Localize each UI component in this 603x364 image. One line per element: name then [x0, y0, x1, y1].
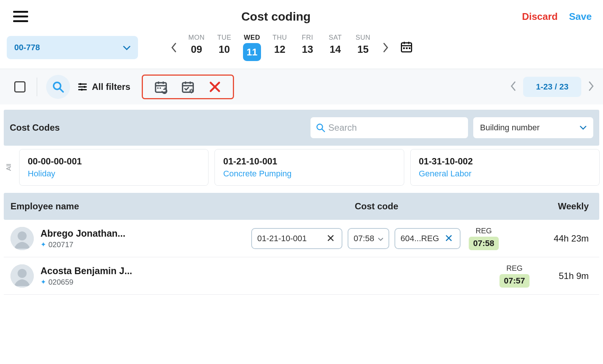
table-row: Abrego Jonathan...✦02071701-21-10-001✕07…	[4, 220, 599, 257]
svg-line-11	[60, 89, 63, 92]
day[interactable]: WED11	[240, 34, 264, 61]
day-number: 13	[296, 44, 320, 55]
discard-button[interactable]: Discard	[522, 11, 558, 22]
chip-code: 00-00-00-001	[28, 156, 200, 167]
next-week-button[interactable]	[379, 41, 392, 54]
svg-point-23	[159, 87, 161, 89]
day-number: 11	[243, 43, 261, 61]
employee-id: ✦020659	[40, 278, 132, 286]
prev-page-button[interactable]	[510, 81, 516, 92]
clear-icon[interactable]: ✕	[325, 232, 336, 245]
chip-label: General Labor	[419, 169, 591, 179]
svg-rect-9	[409, 47, 411, 49]
chevron-down-icon	[580, 125, 586, 130]
cost-code-sort-dropdown[interactable]: Building number	[473, 117, 593, 138]
search-button[interactable]	[46, 75, 70, 99]
svg-rect-15	[80, 83, 81, 85]
col-employee: Employee name	[10, 201, 220, 212]
day[interactable]: FRI13	[296, 34, 320, 61]
svg-point-31	[317, 124, 322, 130]
svg-rect-17	[81, 89, 82, 91]
chip-code: 01-21-10-001	[223, 156, 395, 167]
cost-codes-title: Cost Codes	[10, 122, 60, 133]
subheader: 00-778 MON09TUE10WED11THU12FRI13SAT14SUN…	[0, 30, 603, 69]
svg-rect-7	[403, 47, 405, 49]
day[interactable]: MON09	[184, 34, 208, 61]
calendar-refresh-button[interactable]	[153, 79, 168, 94]
reg-time-badge: 07:57	[500, 274, 530, 288]
chevron-down-icon	[378, 234, 383, 243]
cost-code-search[interactable]	[310, 117, 468, 138]
employee-name: Abrego Jonathan...	[40, 228, 125, 239]
star-icon: ✦	[40, 278, 46, 286]
day-number: 12	[268, 44, 292, 55]
project-dropdown[interactable]: 00-778	[7, 36, 138, 59]
day-label: SAT	[323, 34, 347, 42]
sort-label: Building number	[480, 123, 540, 133]
prev-week-button[interactable]	[167, 41, 181, 54]
cost-code-chip[interactable]: 00-00-00-001Holiday	[20, 149, 208, 185]
svg-rect-0	[13, 11, 28, 13]
calendar-button[interactable]	[400, 40, 413, 55]
cost-code-selector[interactable]: 01-21-10-001✕	[251, 228, 342, 249]
star-icon: ✦	[40, 240, 46, 249]
toolbar: All filters	[0, 69, 603, 104]
reg-badge-wrap: REG07:57	[496, 264, 532, 288]
employee-cell: Acosta Benjamin J...✦020659	[10, 264, 220, 288]
svg-point-36	[18, 269, 27, 278]
chip-label: Holiday	[28, 169, 200, 179]
weekly-hours: 51h 9m	[532, 271, 592, 281]
svg-point-34	[18, 231, 27, 240]
select-all-checkbox[interactable]	[14, 81, 26, 92]
clear-date-button[interactable]	[207, 79, 222, 94]
col-weekly: Weekly	[532, 201, 592, 212]
reg-badge-wrap: REG07:58	[466, 227, 502, 250]
week-navigator: MON09TUE10WED11THU12FRI13SAT14SUN15	[145, 34, 413, 61]
sliders-icon	[77, 81, 88, 92]
cost-codes-header: Cost Codes Building number	[4, 110, 599, 146]
day[interactable]: SUN15	[351, 34, 375, 61]
day-label: THU	[268, 34, 292, 42]
all-tab[interactable]: All	[4, 149, 14, 185]
cost-code-search-input[interactable]	[328, 122, 463, 133]
weekly-hours: 44h 23m	[532, 233, 592, 244]
chip-code: 01-31-10-002	[419, 156, 591, 167]
day[interactable]: SAT14	[323, 34, 347, 61]
svg-rect-16	[84, 86, 86, 88]
day[interactable]: TUE10	[212, 34, 236, 61]
page-title: Cost coding	[242, 10, 311, 24]
save-button[interactable]: Save	[569, 11, 592, 22]
next-page-button[interactable]	[588, 81, 594, 92]
filters-label: All filters	[92, 82, 130, 92]
svg-rect-8	[406, 47, 408, 49]
cost-code-cell: 01-21-10-001✕07:58604...REG✕REG07:58	[220, 227, 532, 250]
day-label: WED	[240, 34, 264, 42]
employee-name: Acosta Benjamin J...	[40, 266, 132, 276]
day[interactable]: THU12	[268, 34, 292, 61]
day-number: 14	[323, 44, 347, 55]
clear-icon[interactable]: ✕	[443, 232, 454, 245]
day-label: FRI	[296, 34, 320, 42]
cost-code-chip[interactable]: 01-21-10-001Concrete Pumping	[215, 149, 404, 185]
pager-range[interactable]: 1-23 / 23	[523, 77, 581, 97]
time-selector[interactable]: 07:58	[348, 228, 389, 249]
search-icon	[52, 81, 64, 93]
header: Cost coding Discard Save	[0, 0, 603, 30]
cost-code-cell: REG07:57	[220, 264, 532, 288]
allocation-selector[interactable]: 604...REG✕	[394, 228, 460, 249]
menu-button[interactable]	[11, 9, 30, 24]
search-icon	[316, 122, 326, 133]
cost-code-chip[interactable]: 01-31-10-002General Labor	[411, 149, 599, 185]
day-number: 09	[184, 44, 208, 55]
calendar-settings-button[interactable]	[180, 79, 195, 94]
chip-label: Concrete Pumping	[223, 169, 395, 179]
hamburger-icon	[13, 11, 28, 22]
table-header: Employee name Cost code Weekly	[4, 193, 599, 220]
employee-id: ✦020717	[40, 240, 125, 249]
pager: 1-23 / 23	[510, 77, 594, 97]
svg-rect-1	[13, 16, 28, 18]
calendar-gear-icon	[181, 80, 195, 94]
avatar	[10, 264, 34, 288]
all-filters-button[interactable]: All filters	[77, 81, 130, 92]
employee-cell: Abrego Jonathan...✦020717	[10, 227, 220, 250]
